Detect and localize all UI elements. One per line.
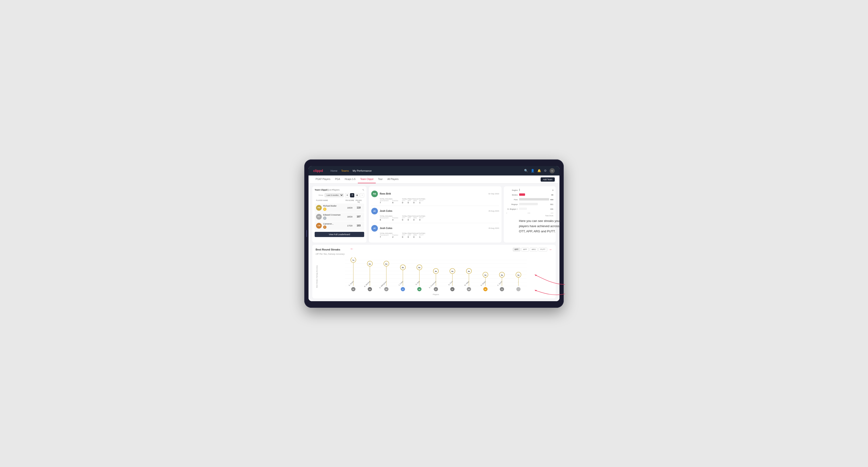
stat-value: 7 <box>380 236 389 238</box>
stat-sublabel: ARG <box>413 217 417 219</box>
svg-text:MM: MM <box>468 289 470 290</box>
sub-nav-all-players[interactable]: All Players <box>385 176 401 183</box>
stat-value: 0 <box>408 219 411 221</box>
svg-text:DB: DB <box>385 289 387 290</box>
stat-sublabel: OTT <box>402 200 405 201</box>
svg-text:7x: 7x <box>352 259 354 261</box>
svg-text:6x: 6x <box>369 263 371 265</box>
settings-icon[interactable]: ⚙ <box>544 169 547 173</box>
rank-badge: 2 <box>323 217 327 220</box>
player-avatar: RB <box>371 191 378 197</box>
svg-text:JC: JC <box>402 289 404 290</box>
avatar[interactable]: U <box>550 168 555 173</box>
stat-sublabel: PUTT <box>419 234 423 236</box>
stat-sublabel: PUTT <box>419 217 423 219</box>
svg-text:4x: 4x <box>435 270 437 272</box>
stat-sublabel: Tournament <box>380 234 389 236</box>
view-full-leaderboard-button[interactable]: View Full Leaderboard <box>315 232 364 237</box>
sub-nav-team-clippd[interactable]: Team Clippd <box>358 176 376 183</box>
svg-text:CQ: CQ <box>501 289 503 290</box>
stat-label: Total Rounds <box>380 232 398 234</box>
grid-view-btn[interactable]: ⊞ <box>345 193 349 197</box>
stat-label: Total Practice Activities <box>402 232 425 234</box>
sub-nav-pga[interactable]: PGA <box>333 176 342 183</box>
bell-icon[interactable]: 🔔 <box>537 169 541 173</box>
stat-value: 0 <box>413 219 417 221</box>
svg-text:DF: DF <box>452 289 453 290</box>
stat-value: 6 <box>392 201 398 204</box>
edit-icon[interactable]: ✎ <box>362 189 364 191</box>
chart-bar-row: Bogeys311 <box>506 203 553 206</box>
player-name: Cameron... <box>323 223 345 225</box>
table-row[interactable]: CM Cameron... 3 17/20 103 <box>315 221 364 230</box>
svg-text:4x: 4x <box>468 270 470 272</box>
stat-value: 0 <box>402 201 405 204</box>
sub-nav-pgat[interactable]: PGAT Players <box>313 176 333 183</box>
stat-value: 1 <box>419 236 423 238</box>
player-card: JC Josh Coles 26 Aug 2023 Total Rounds T… <box>371 206 499 223</box>
right-arrow-indicator: ← <box>549 248 552 251</box>
sub-nav-hcaps[interactable]: Hcaps 1-5 <box>342 176 358 183</box>
player-avg: 110 <box>354 206 363 209</box>
arrow-indicator: ← <box>350 247 354 251</box>
stat-label: Total Practice Activities <box>402 215 425 217</box>
card-view-btn[interactable]: ▦ <box>355 193 359 197</box>
streaks-tabs: OTT APP ARG PUTT ← <box>513 248 552 251</box>
chart-bar-row: Pars499 <box>506 198 553 201</box>
chart-bar-value: 3 <box>552 189 553 191</box>
stat-value: 0 <box>408 201 411 204</box>
tab-ott[interactable]: OTT <box>513 248 520 251</box>
nav-my-performance[interactable]: My Performance <box>352 169 372 172</box>
chart-bar-label: Birdies <box>506 194 519 196</box>
player-name: Richard Butler <box>323 205 345 207</box>
table-row[interactable]: RB Richard Butler 1 19/20 110 <box>315 204 364 212</box>
rank-badge: 1 <box>323 208 327 211</box>
player-avatar: CM <box>316 223 322 228</box>
svg-text:RB: RB <box>418 289 420 290</box>
player-date: 26 Aug 2023 <box>489 227 499 229</box>
chart-bar-value: 499 <box>550 198 553 201</box>
tab-arg[interactable]: ARG <box>530 248 537 251</box>
table-view-btn[interactable]: ⫶ <box>360 193 364 197</box>
stat-value: 8 <box>380 219 389 221</box>
chart-bar <box>519 189 520 191</box>
stat-sublabel: Practice <box>392 217 398 219</box>
table-row[interactable]: EC Edward Crossman 2 18/20 107 <box>315 213 364 221</box>
svg-text:3x: 3x <box>501 274 503 276</box>
stat-sublabel: Tournament <box>380 200 389 201</box>
player-avg: 107 <box>354 215 363 218</box>
stat-value: 0 <box>408 236 411 238</box>
stat-label: Total Practice Activities <box>402 198 425 200</box>
stat-sublabel: APP <box>408 200 411 201</box>
player-card: RB Rees Britt 02 Sep 2023 Total Rounds T… <box>371 189 499 206</box>
stat-sublabel: Tournament <box>380 217 389 219</box>
player-avg: 103 <box>354 224 363 227</box>
tab-app[interactable]: APP <box>521 248 529 251</box>
user-icon[interactable]: 👤 <box>531 169 534 173</box>
streaks-chart: 7xE. EwertEE6xB. McHergBM6xD. Billingham… <box>319 257 552 293</box>
list-view-btn[interactable]: ☰ <box>350 193 354 197</box>
search-icon[interactable]: 🔍 <box>524 169 528 173</box>
chart-bar-value: 131 <box>550 208 553 210</box>
svg-text:3x: 3x <box>518 274 520 276</box>
stat-value: 2 <box>392 236 398 238</box>
stat-sublabel: PUTT <box>419 200 423 201</box>
svg-text:R. Butler: R. Butler <box>480 280 486 286</box>
chart-x-label: Total Shots <box>506 215 553 217</box>
add-team-button[interactable]: Add Team <box>540 177 555 182</box>
player-card: JC Josh Coles 26 Aug 2023 Total Rounds T… <box>371 223 499 240</box>
stat-sublabel: Practice <box>392 234 398 236</box>
stat-label: Total Rounds <box>380 198 398 200</box>
col-pb-avg: PB AVG SQ <box>354 199 363 203</box>
chart-bar <box>519 208 527 210</box>
chart-bar-value: 96 <box>551 194 553 196</box>
nav-teams[interactable]: Teams <box>341 169 349 172</box>
show-select[interactable]: Last 3 months <box>324 193 344 197</box>
svg-text:RB: RB <box>485 289 486 290</box>
stat-value: 0 <box>402 236 405 238</box>
svg-text:6x: 6x <box>385 263 388 265</box>
tab-putt[interactable]: PUTT <box>538 248 547 251</box>
show-label: Show <box>318 194 323 196</box>
sub-nav-tour[interactable]: Tour <box>376 176 385 183</box>
nav-home[interactable]: Home <box>331 169 337 172</box>
